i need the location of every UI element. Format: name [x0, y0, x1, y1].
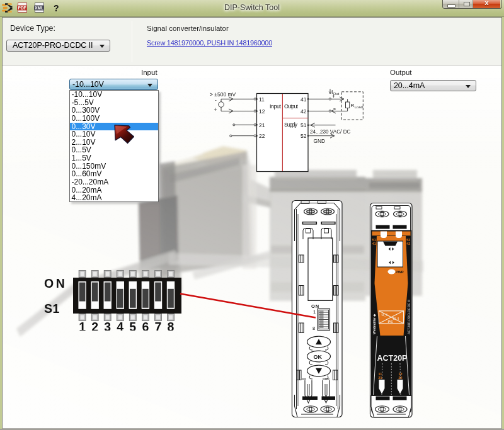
svg-text:?: ? — [54, 3, 59, 13]
svg-text:XML: XML — [35, 6, 43, 10]
svg-text:PDF: PDF — [18, 6, 26, 10]
